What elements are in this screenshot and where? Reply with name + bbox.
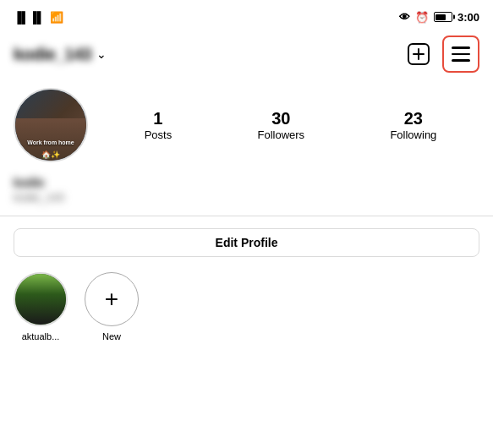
avatar-ring: Work from home (14, 88, 88, 162)
username-text: kodie_143 (14, 45, 91, 64)
username-area[interactable]: kodie_143 ⌄ (14, 45, 107, 64)
wifi-icon: 📶 (50, 11, 63, 24)
highlight-circle-existing[interactable] (14, 272, 68, 326)
alarm-icon: ⏰ (415, 11, 429, 24)
menu-line-3 (452, 59, 470, 62)
highlights-section: aktualb... + New (0, 272, 493, 341)
highlight-plus-icon: + (105, 287, 118, 311)
avatar-container[interactable]: Work from home (14, 88, 88, 162)
highlight-item-existing[interactable]: aktualb... (14, 272, 68, 341)
highlight-label-new: New (102, 331, 121, 341)
posts-label: Posts (145, 128, 173, 141)
divider (0, 216, 493, 216)
chevron-down-icon[interactable]: ⌄ (96, 47, 107, 61)
nav-icons (403, 36, 479, 73)
highlight-dog-avatar (15, 274, 66, 325)
user-info: kodie kodie_143 (0, 176, 493, 216)
avatar-image: Work from home (15, 90, 86, 161)
profile-section: Work from home 1 Posts 30 Followers 23 F… (0, 81, 493, 176)
posts-stat[interactable]: 1 Posts (145, 110, 173, 141)
display-name: kodie (14, 176, 479, 189)
signal-icon-1: ▐▌▐▌ (14, 11, 45, 24)
highlight-circle-new[interactable]: + (85, 272, 139, 326)
menu-line-1 (452, 46, 470, 49)
battery-icon (434, 12, 452, 22)
status-bar: ▐▌▐▌ 📶 👁 ⏰ 3:00 (0, 0, 493, 30)
edit-profile-button[interactable]: Edit Profile (14, 228, 479, 257)
posts-count: 1 (153, 110, 162, 127)
stats-area: 1 Posts 30 Followers 23 Following (101, 110, 479, 141)
signal-area: ▐▌▐▌ 📶 (14, 11, 63, 24)
menu-button[interactable] (442, 36, 479, 73)
following-label: Following (390, 128, 436, 141)
menu-line-2 (452, 53, 470, 56)
following-count: 23 (404, 110, 423, 127)
status-right: 👁 ⏰ 3:00 (399, 11, 479, 24)
followers-label: Followers (257, 128, 304, 141)
time-display: 3:00 (457, 11, 479, 24)
plus-square-icon (407, 42, 430, 66)
top-nav: kodie_143 ⌄ (0, 30, 493, 81)
bio-text: kodie_143 (14, 191, 479, 204)
eye-icon: 👁 (399, 11, 410, 24)
add-post-button[interactable] (403, 39, 434, 69)
followers-stat[interactable]: 30 Followers (257, 110, 304, 141)
highlight-label-existing: aktualb... (22, 331, 60, 341)
followers-count: 30 (271, 110, 290, 127)
highlight-item-new[interactable]: + New (85, 272, 139, 341)
avatar-label: Work from home (15, 139, 86, 145)
following-stat[interactable]: 23 Following (390, 110, 436, 141)
